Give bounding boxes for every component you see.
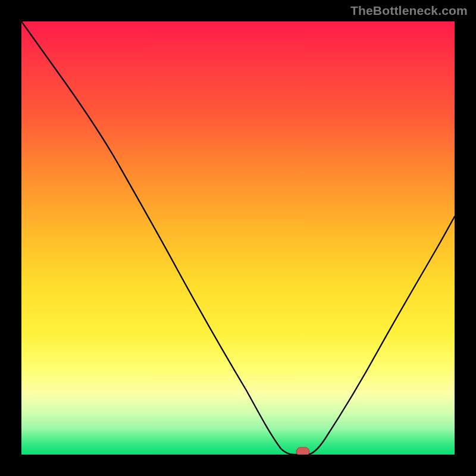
watermark-text: TheBottleneck.com xyxy=(350,4,468,18)
bottleneck-curve xyxy=(21,21,455,455)
chart-frame: TheBottleneck.com xyxy=(0,0,476,476)
curve-svg xyxy=(21,21,455,455)
plot-area xyxy=(21,21,455,455)
min-marker xyxy=(296,447,309,455)
